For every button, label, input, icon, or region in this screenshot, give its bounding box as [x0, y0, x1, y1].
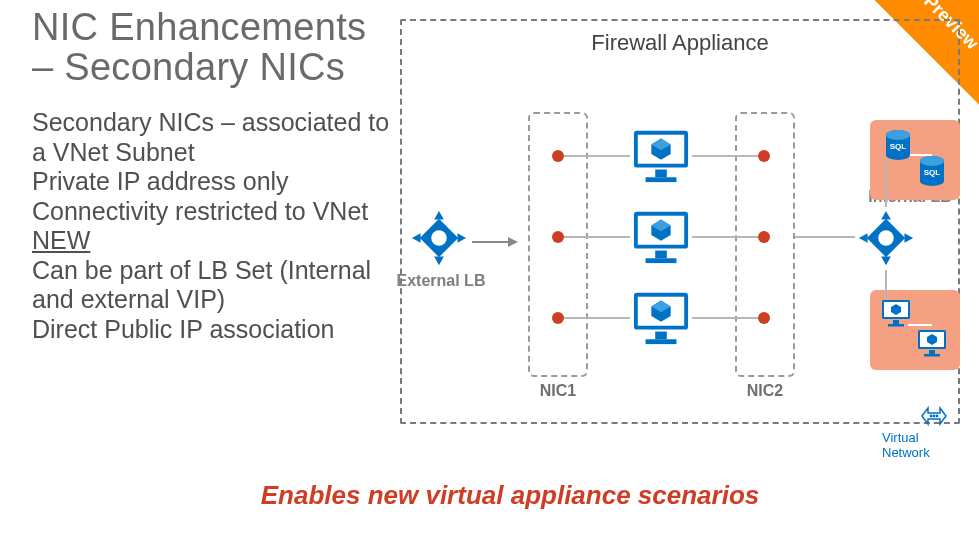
virtual-machine-icon	[916, 328, 948, 358]
connector-line	[692, 236, 758, 238]
svg-rect-6	[646, 177, 677, 182]
nic-dot	[758, 312, 770, 324]
nic-dot	[552, 150, 564, 162]
firewall-appliance-label: Firewall Appliance	[530, 30, 830, 56]
nic-dot	[758, 231, 770, 243]
svg-point-25	[920, 156, 944, 166]
bullet-5: Direct Public IP association	[32, 315, 392, 345]
architecture-diagram: Firewall Appliance External LB NIC1 NIC2	[400, 12, 955, 422]
external-lb-label: External LB	[396, 272, 486, 290]
svg-point-38	[933, 415, 936, 418]
bullet-list: Secondary NICs – associated to a VNet Su…	[32, 108, 392, 344]
bullet-4: Can be part of LB Set (Internal and exte…	[32, 256, 392, 315]
nic-dot	[552, 312, 564, 324]
virtual-network-label: Virtual Network	[882, 430, 955, 460]
svg-rect-9	[655, 251, 667, 259]
svg-text:SQL: SQL	[890, 142, 907, 151]
virtual-machine-icon	[630, 289, 692, 347]
svg-rect-14	[646, 339, 677, 344]
connector-line	[880, 157, 910, 207]
connector-line	[692, 317, 758, 319]
virtual-machine-icon	[630, 127, 692, 185]
tagline: Enables new virtual appliance scenarios	[100, 480, 920, 511]
sql-database-icon: SQL	[918, 156, 946, 186]
nic-dot	[758, 150, 770, 162]
svg-rect-29	[893, 320, 899, 324]
bullet-3: Connectivity restricted to VNet	[32, 197, 392, 227]
internal-load-balancer-icon	[855, 207, 917, 269]
svg-rect-34	[924, 354, 940, 357]
title-line-2: – Secondary NICs	[32, 46, 345, 88]
external-load-balancer-icon	[408, 207, 470, 269]
vm-backend-group	[870, 290, 960, 370]
svg-point-39	[936, 415, 939, 418]
virtual-machine-icon	[630, 208, 692, 266]
bullet-2: Private IP address only	[32, 167, 392, 197]
svg-point-37	[930, 415, 933, 418]
svg-point-1	[431, 230, 447, 246]
svg-rect-5	[655, 170, 667, 178]
connector-line	[795, 236, 855, 238]
svg-point-24	[920, 176, 944, 186]
virtual-network-icon	[916, 404, 952, 428]
svg-rect-10	[646, 258, 677, 263]
virtual-machine-icon	[880, 298, 912, 328]
slide-title: NIC Enhancements – Secondary NICs	[32, 8, 366, 88]
svg-rect-30	[888, 324, 904, 327]
svg-point-20	[886, 130, 910, 140]
connector-line	[564, 236, 630, 238]
svg-rect-33	[929, 350, 935, 354]
svg-rect-13	[655, 332, 667, 340]
connector-line	[564, 317, 630, 319]
nic2-label: NIC2	[735, 382, 795, 400]
connector-line	[564, 155, 630, 157]
svg-text:SQL: SQL	[924, 168, 941, 177]
connector-line	[692, 155, 758, 157]
svg-point-16	[878, 230, 894, 246]
bullet-1: Secondary NICs – associated to a VNet Su…	[32, 108, 392, 167]
connector-line	[880, 270, 910, 300]
title-line-1: NIC Enhancements	[32, 6, 366, 48]
nic1-label: NIC1	[528, 382, 588, 400]
nic-dot	[552, 231, 564, 243]
external-lb-arrow	[472, 235, 520, 249]
sql-database-icon: SQL	[884, 130, 912, 160]
bullet-new: NEW	[32, 226, 392, 256]
